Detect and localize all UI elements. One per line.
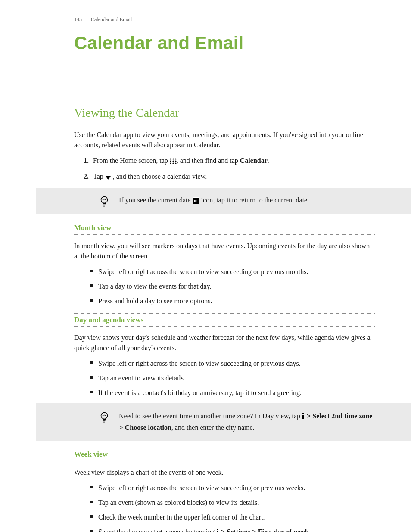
section-heading: Viewing the Calendar	[74, 104, 375, 122]
intro-paragraph: Use the Calendar app to view your events…	[74, 130, 375, 150]
svg-rect-15	[193, 197, 199, 198]
document-page: 145 Calendar and Email Calendar and Emai…	[0, 0, 411, 532]
svg-rect-12	[103, 205, 106, 205]
svg-point-10	[101, 197, 108, 203]
page-title: Calendar and Email	[74, 29, 375, 56]
svg-point-17	[101, 413, 108, 419]
svg-rect-13	[103, 206, 105, 207]
month-bullets: Swipe left or right across the screen to…	[74, 267, 375, 306]
list-item: Tap an event (shown as colored blocks) t…	[90, 498, 375, 508]
step-1: From the Home screen, tap , and then fin…	[90, 156, 375, 167]
svg-rect-19	[103, 420, 106, 421]
running-title: Calendar and Email	[91, 16, 132, 22]
svg-point-4	[172, 160, 174, 162]
day-bullets: Swipe left or right across the screen to…	[74, 358, 375, 398]
week-bullets: Swipe left or right across the screen to…	[74, 483, 375, 532]
subheading-label: Week view	[74, 449, 375, 460]
tip-callout-1: If you see the current date 01 icon, tap…	[36, 188, 411, 214]
tip-text: If you see the current date 01 icon, tap…	[119, 195, 375, 207]
apps-grid-icon	[170, 157, 177, 167]
tip-text: Need to see the event time in another ti…	[119, 411, 375, 433]
svg-point-3	[170, 160, 171, 162]
running-header: 145 Calendar and Email	[74, 16, 375, 23]
list-item: Swipe left or right across the screen to…	[90, 267, 375, 277]
divider	[74, 234, 375, 235]
svg-marker-9	[106, 176, 111, 180]
divider	[74, 326, 375, 327]
subheading-label: Day and agenda views	[74, 314, 375, 326]
svg-rect-24	[217, 529, 218, 530]
subheading-week: Week view	[74, 448, 375, 461]
list-item: Swipe left or right across the screen to…	[90, 483, 375, 493]
svg-point-7	[172, 162, 174, 164]
divider	[74, 461, 375, 461]
subheading-label: Month view	[74, 222, 375, 233]
dropdown-triangle-icon	[105, 173, 111, 183]
svg-rect-18	[103, 419, 106, 420]
steps-list: From the Home screen, tap , and then fin…	[74, 156, 375, 183]
list-item: Press and hold a day to see more options…	[90, 296, 375, 306]
list-item: Swipe left or right across the screen to…	[90, 358, 375, 369]
svg-point-1	[172, 158, 174, 159]
subheading-day: Day and agenda views	[74, 313, 375, 327]
list-item: Check the week number in the upper left …	[90, 512, 375, 523]
svg-text:01: 01	[194, 199, 198, 203]
svg-rect-22	[302, 415, 304, 417]
svg-point-6	[170, 162, 171, 164]
page-number: 145	[74, 16, 82, 22]
list-item: Tap an event to view its details.	[90, 373, 375, 383]
svg-rect-20	[103, 422, 105, 423]
svg-rect-23	[302, 417, 304, 419]
svg-rect-21	[302, 413, 304, 414]
list-item: Select the day you start a week by tappi…	[90, 527, 375, 532]
divider	[74, 448, 375, 448]
svg-point-0	[170, 158, 171, 159]
month-paragraph: In month view, you will see markers on d…	[74, 241, 375, 261]
list-item: Tap a day to view the events for that da…	[90, 281, 375, 292]
tip-bulb-icon	[100, 196, 109, 207]
day-paragraph: Day view shows your day's schedule and w…	[74, 333, 375, 353]
tip-bulb-icon	[100, 412, 109, 423]
current-date-icon: 01	[193, 196, 199, 207]
subheading-month: Month view	[74, 221, 375, 235]
divider	[74, 313, 375, 314]
svg-rect-11	[103, 203, 106, 204]
divider	[74, 221, 375, 221]
content-region: Use the Calendar app to view your events…	[74, 130, 375, 532]
step-2: Tap , and then choose a calendar view.	[90, 171, 375, 183]
week-paragraph: Week view displays a chart of the events…	[74, 467, 375, 478]
tip-callout-2: Need to see the event time in another ti…	[36, 403, 411, 441]
list-item: If the event is a contact's birthday or …	[90, 388, 375, 398]
